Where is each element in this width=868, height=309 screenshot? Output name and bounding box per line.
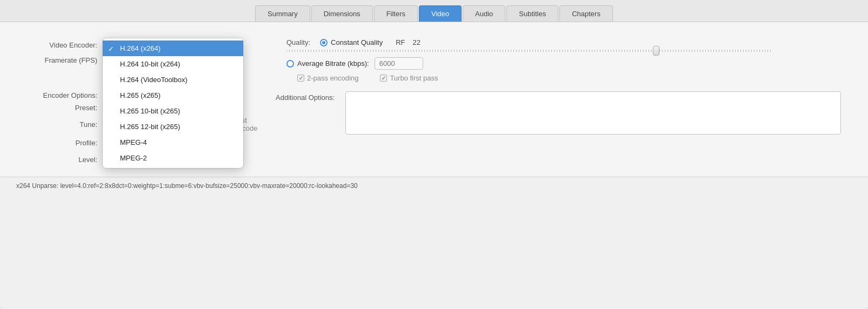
dropdown-item-label: H.265 (x265): [120, 91, 161, 99]
dropdown-item-h264-x264[interactable]: ✓ H.264 (x264): [103, 41, 243, 56]
tab-summary[interactable]: Summary: [255, 5, 310, 22]
bitrate-row: Average Bitrate (kbps):: [286, 57, 841, 70]
constant-quality-radio[interactable]: [320, 39, 328, 46]
tab-subtitles[interactable]: Subtitles: [506, 5, 558, 22]
profile-label: Profile:: [27, 139, 97, 147]
dropdown-item-label: MPEG-4: [120, 138, 147, 146]
bitrate-input[interactable]: [375, 57, 423, 70]
status-bar: x264 Unparse: level=4.0:ref=2:8x8dct=0:w…: [0, 177, 868, 194]
encoder-dropdown-menu: ✓ H.264 (x264) H.264 10-bit (x264) H.264…: [103, 38, 243, 168]
quality-slider-container: [286, 50, 841, 52]
right-column: Quality: Constant Quality RF 22: [286, 38, 841, 82]
additional-options-label: Additional Options:: [276, 93, 335, 102]
encoder-options-label: Encoder Options:: [27, 91, 97, 99]
dropdown-item-label: H.264 (x264): [120, 44, 161, 52]
tab-chapters[interactable]: Chapters: [559, 5, 613, 22]
quality-label: Quality:: [286, 38, 310, 46]
avg-bitrate-label: Average Bitrate (kbps):: [297, 59, 369, 68]
pass-row: 2-pass encoding Turbo first pass: [297, 74, 841, 82]
framerate-label: Framerate (FPS): [27, 56, 97, 64]
avg-bitrate-radio-container[interactable]: Average Bitrate (kbps):: [286, 59, 369, 68]
tune-label: Tune:: [27, 120, 97, 129]
constant-quality-radio-container[interactable]: Constant Quality: [320, 38, 383, 46]
main-content: Video Encoder: H.264 (x264) ▲▼ ✓ H.264 (…: [0, 22, 868, 177]
additional-options-row: Additional Options:: [276, 91, 841, 135]
dropdown-item-label: H.265 12-bit (x265): [120, 123, 180, 131]
preset-label: Preset:: [27, 104, 97, 112]
rf-value: 22: [413, 38, 420, 46]
dropdown-item-h265-12bit[interactable]: H.265 12-bit (x265): [103, 119, 243, 135]
dropdown-item-label: H.264 (VideoToolbox): [120, 76, 188, 84]
dropdown-item-label: H.264 10-bit (x264): [120, 60, 180, 68]
checkmark-icon: ✓: [108, 44, 114, 52]
turbo-checkbox-container[interactable]: Turbo first pass: [380, 74, 438, 82]
two-pass-checkbox[interactable]: [297, 75, 304, 82]
two-pass-label: 2-pass encoding: [307, 74, 358, 82]
tab-bar: Summary Dimensions Filters Video Audio S…: [0, 0, 868, 22]
level-label: Level:: [27, 156, 97, 164]
quality-top-row: Quality: Constant Quality RF 22: [286, 38, 841, 46]
tab-audio[interactable]: Audio: [463, 5, 505, 22]
tab-video[interactable]: Video: [419, 5, 462, 22]
dropdown-item-mpeg2[interactable]: MPEG-2: [103, 150, 243, 166]
app-window: Summary Dimensions Filters Video Audio S…: [0, 0, 868, 309]
dropdown-item-h264-10bit[interactable]: H.264 10-bit (x264): [103, 56, 243, 72]
dropdown-item-label: MPEG-2: [120, 154, 147, 162]
left-column: Video Encoder: H.264 (x264) ▲▼ ✓ H.264 (…: [27, 38, 265, 64]
encoder-row: Video Encoder: H.264 (x264) ▲▼ ✓ H.264 (…: [27, 38, 265, 52]
quality-slider-thumb[interactable]: [653, 46, 659, 56]
two-pass-checkbox-container[interactable]: 2-pass encoding: [297, 74, 358, 82]
dropdown-item-h264-videotoolbox[interactable]: H.264 (VideoToolbox): [103, 72, 243, 88]
rf-label: RF: [396, 38, 405, 46]
quality-slider-track[interactable]: [286, 50, 773, 52]
dropdown-item-mpeg4[interactable]: MPEG-4: [103, 135, 243, 150]
dropdown-item-label: H.265 10-bit (x265): [120, 107, 180, 115]
dropdown-item-h265-10bit[interactable]: H.265 10-bit (x265): [103, 103, 243, 119]
turbo-checkbox[interactable]: [380, 75, 387, 82]
additional-options-input[interactable]: [345, 91, 841, 135]
turbo-label: Turbo first pass: [390, 74, 438, 82]
additional-options-section: Additional Options:: [276, 91, 841, 135]
tab-filters[interactable]: Filters: [374, 5, 418, 22]
avg-bitrate-radio[interactable]: [286, 60, 294, 68]
constant-quality-label: Constant Quality: [331, 38, 383, 46]
encoder-dropdown-area: H.264 (x264) ▲▼ ✓ H.264 (x264) H.264 10-…: [103, 38, 238, 52]
dropdown-item-h265-x265[interactable]: H.265 (x265): [103, 88, 243, 103]
tab-dimensions[interactable]: Dimensions: [311, 5, 373, 22]
status-text: x264 Unparse: level=4.0:ref=2:8x8dct=0:w…: [16, 182, 358, 190]
encoder-label: Video Encoder:: [27, 41, 97, 49]
